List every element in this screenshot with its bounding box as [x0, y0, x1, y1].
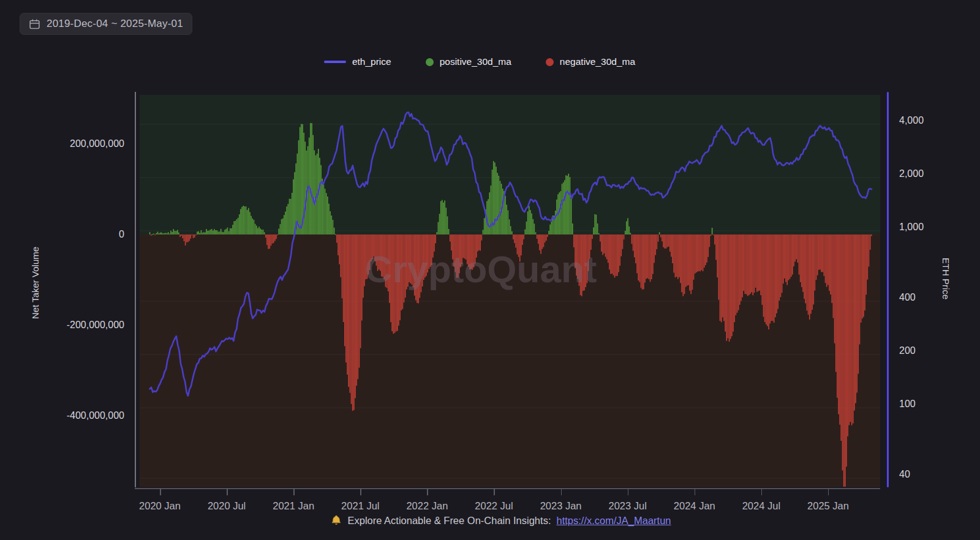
- x-axis-tick-label: 2022 Jan: [406, 500, 448, 512]
- x-axis-tick-label: 2023 Jul: [608, 500, 646, 512]
- right-axis-tick-label: 100: [899, 399, 916, 410]
- footer-link[interactable]: https://x.com/JA_Maartun: [556, 515, 671, 527]
- x-axis-tick-label: 2022 Jul: [475, 500, 513, 512]
- legend-line-swatch: [324, 61, 346, 63]
- left-axis-line: [135, 92, 136, 487]
- left-axis-tick-label: -400,000,000: [67, 410, 124, 421]
- x-axis-tick-mark: [427, 489, 428, 495]
- legend-label: positive_30d_ma: [440, 56, 511, 67]
- legend-item-negative-30d-ma[interactable]: negative_30d_ma: [546, 56, 635, 67]
- right-axis-line: [887, 92, 889, 487]
- left-axis-tick-label: 0: [119, 229, 124, 240]
- legend: eth_pricepositive_30d_manegative_30d_ma: [0, 56, 970, 67]
- x-axis-tick-mark: [227, 489, 228, 495]
- right-axis-tick-label: 4,000: [899, 115, 924, 126]
- x-axis-tick-label: 2020 Jan: [139, 500, 181, 512]
- right-axis-tick-label: 2,000: [899, 168, 924, 179]
- chart-canvas: [0, 0, 980, 540]
- x-axis-tick-mark: [828, 489, 829, 495]
- legend-item-positive-30d-ma[interactable]: positive_30d_ma: [426, 56, 511, 67]
- x-axis-tick-label: 2023 Jan: [540, 500, 582, 512]
- x-axis-tick-mark: [360, 489, 361, 495]
- legend-dot-swatch: [546, 58, 554, 66]
- right-axis-tick-label: 1,000: [899, 222, 924, 233]
- x-axis-tick-mark: [293, 489, 295, 495]
- x-axis-tick-mark: [761, 489, 763, 495]
- bell-icon: [331, 515, 342, 527]
- legend-label: negative_30d_ma: [560, 56, 635, 67]
- x-axis-tick-label: 2024 Jul: [742, 500, 780, 512]
- date-range-badge[interactable]: 2019-Dec-04 ~ 2025-May-01: [20, 13, 192, 35]
- legend-label: eth_price: [352, 56, 391, 67]
- date-range-label: 2019-Dec-04 ~ 2025-May-01: [47, 18, 183, 30]
- footer: Explore Actionable & Free On-Chain Insig…: [11, 515, 980, 527]
- legend-item-eth-price[interactable]: eth_price: [324, 56, 391, 67]
- x-axis-tick-mark: [695, 489, 696, 495]
- x-axis-tick-mark: [494, 489, 495, 495]
- right-axis-tick-label: 40: [899, 469, 910, 480]
- right-axis-tick-label: 200: [899, 345, 916, 356]
- x-axis-tick-mark: [160, 489, 161, 495]
- x-axis-tick-label: 2021 Jul: [341, 500, 379, 512]
- x-axis-tick-label: 2024 Jan: [674, 500, 715, 512]
- x-axis-tick-mark: [628, 489, 629, 495]
- legend-dot-swatch: [426, 58, 434, 66]
- left-axis-tick-label: 200,000,000: [70, 138, 124, 149]
- chart-page: CryptoQuant 2019-Dec-04 ~ 2025-May-01 et…: [0, 0, 980, 540]
- left-axis-title: Net Taker Volume: [30, 247, 40, 319]
- x-axis-tick-mark: [561, 489, 562, 495]
- right-axis-tick-label: 400: [899, 292, 916, 303]
- x-axis-line: [135, 488, 880, 489]
- x-axis-tick-label: 2020 Jul: [208, 500, 246, 512]
- left-axis-tick-label: -200,000,000: [67, 320, 124, 331]
- calendar-icon: [29, 18, 40, 30]
- right-axis-title: ETH Price: [941, 258, 951, 299]
- x-axis-tick-label: 2021 Jan: [273, 500, 314, 512]
- x-axis-tick-label: 2025 Jan: [807, 500, 849, 512]
- footer-text: Explore Actionable & Free On-Chain Insig…: [347, 515, 551, 527]
